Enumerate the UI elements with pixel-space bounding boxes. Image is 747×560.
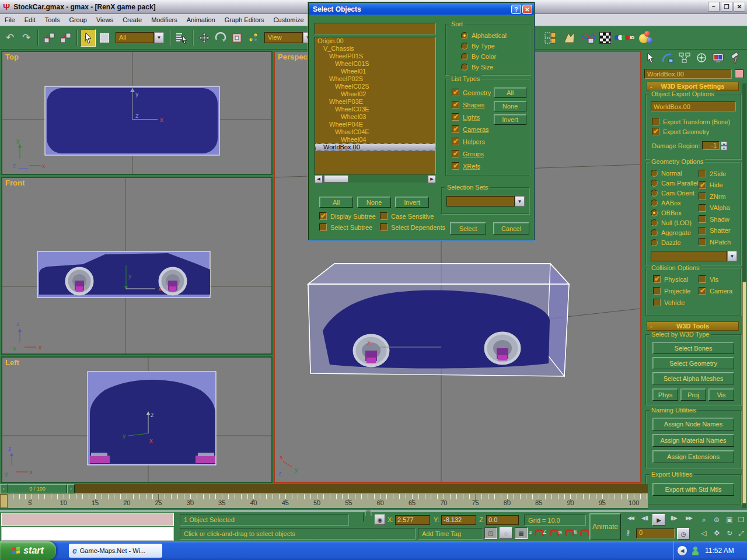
- min-max-toggle-icon[interactable]: ⤢: [735, 527, 747, 539]
- object-list-item[interactable]: WheelP03E: [315, 98, 435, 106]
- menu-item[interactable]: Graph Editors: [220, 14, 269, 26]
- render-icon[interactable]: [638, 30, 653, 46]
- viewport-front[interactable]: Front y x z v x: [1, 177, 273, 355]
- taskbar-task-button[interactable]: e Game-Maps.Net - Wi...: [69, 544, 162, 558]
- list-type-row[interactable]: Groups: [452, 148, 491, 160]
- scroll-left-arrow[interactable]: ◀: [315, 175, 323, 183]
- add-time-tag[interactable]: Add Time Tag: [418, 528, 483, 540]
- export-utility-button[interactable]: Export with Std Mtls: [652, 483, 734, 496]
- geometry-checkbox-row[interactable]: Hide: [699, 180, 731, 191]
- dialog-close-button[interactable]: ✕: [522, 5, 532, 14]
- list-type-row[interactable]: Helpers: [452, 135, 491, 148]
- menu-item[interactable]: Tools: [40, 14, 65, 26]
- object-list-item[interactable]: Wheel01: [315, 68, 435, 75]
- maxscript-mini-listener[interactable]: [1, 513, 174, 526]
- start-button[interactable]: start: [0, 541, 56, 560]
- modify-tab-icon[interactable]: [660, 51, 675, 65]
- sort-option-row[interactable]: By Size: [461, 62, 507, 72]
- object-filter-input[interactable]: [315, 23, 436, 34]
- select-by-name-icon[interactable]: [174, 29, 189, 47]
- current-frame-field[interactable]: 0: [636, 528, 675, 538]
- object-color-swatch[interactable]: [735, 69, 743, 78]
- radio-icon[interactable]: [461, 64, 468, 71]
- rollout-w3d-export-settings[interactable]: W3D Export Settings: [647, 82, 739, 91]
- object-list-item[interactable]: Origin.00: [315, 37, 435, 45]
- radio-icon[interactable]: [651, 190, 658, 197]
- geometry-radio-row[interactable]: OBBox: [651, 208, 699, 218]
- checkbox-icon[interactable]: [699, 275, 706, 283]
- arc-rotate-icon[interactable]: ↻: [724, 527, 735, 539]
- collision-checkbox-row[interactable]: Camera: [699, 286, 732, 296]
- utilities-tab-icon[interactable]: [728, 51, 743, 65]
- damage-region-value[interactable]: -1: [702, 141, 720, 150]
- geometry-radio-row[interactable]: Cam-Orient: [651, 188, 699, 198]
- object-list-item[interactable]: WheelC02S: [315, 83, 435, 90]
- y-coordinate-field[interactable]: -8.132: [441, 515, 476, 525]
- collision-checkbox-row[interactable]: Physical: [653, 274, 699, 284]
- list-type-row[interactable]: Lights: [452, 111, 491, 123]
- degradation-override-icon[interactable]: ◳: [484, 527, 497, 539]
- object-list-item[interactable]: Wheel03: [315, 113, 435, 121]
- animate-button[interactable]: Animate: [589, 513, 621, 540]
- radio-icon[interactable]: [651, 219, 658, 226]
- sort-option-row[interactable]: Alphabetical: [461, 30, 507, 41]
- panel-scrollbar-thumb[interactable]: [742, 282, 746, 503]
- object-list-item[interactable]: WorldBox.00: [315, 144, 435, 151]
- radio-icon[interactable]: [651, 170, 658, 177]
- select-button[interactable]: Select: [450, 222, 486, 235]
- geometry-checkbox-row[interactable]: 2Side: [699, 168, 731, 180]
- play-animation-icon[interactable]: ▶: [652, 514, 665, 526]
- geometry-checkbox-row[interactable]: Shadw: [699, 214, 731, 225]
- zoom-extents-icon[interactable]: ▣: [724, 514, 735, 526]
- export-option-checkbox-row[interactable]: Export Geometry: [652, 127, 730, 136]
- geometry-extra-dropdown[interactable]: ▼: [651, 251, 737, 261]
- list-type-row[interactable]: Shapes: [452, 99, 491, 111]
- object-name-field[interactable]: [644, 69, 732, 79]
- checkbox-icon[interactable]: [380, 212, 388, 220]
- w3d-select-small-button[interactable]: Phys: [652, 388, 678, 401]
- geometry-checkbox-row[interactable]: ZNrm: [699, 191, 731, 202]
- select-and-move-icon[interactable]: [197, 29, 212, 47]
- time-configuration-icon[interactable]: ◷: [677, 528, 690, 540]
- radio-icon[interactable]: [461, 43, 468, 50]
- close-button[interactable]: ✕: [734, 2, 745, 12]
- select-and-rotate-icon[interactable]: [213, 29, 228, 47]
- geometry-radio-row[interactable]: Dazzle: [651, 237, 699, 247]
- w3d-select-small-button[interactable]: Proj: [680, 388, 706, 401]
- viewport-left[interactable]: Left z y x z y x: [1, 356, 273, 483]
- prev-frame-arrow[interactable]: ‹: [0, 484, 8, 494]
- damage-region-spinner[interactable]: ▲▼: [721, 141, 727, 150]
- unlink-icon[interactable]: [58, 29, 73, 47]
- menu-item[interactable]: Group: [64, 14, 92, 26]
- radio-icon[interactable]: [461, 53, 468, 60]
- checkbox-icon[interactable]: [699, 181, 706, 189]
- menu-item[interactable]: Edit: [20, 14, 40, 26]
- checkbox-icon[interactable]: [452, 89, 459, 96]
- rectangular-selection-region-icon[interactable]: [97, 29, 112, 47]
- list-types-none-button[interactable]: None: [494, 101, 526, 111]
- checkbox-icon[interactable]: [652, 128, 659, 135]
- messenger-icon[interactable]: [692, 547, 699, 555]
- scroll-right-arrow[interactable]: ▶: [428, 175, 436, 183]
- radio-icon[interactable]: [651, 180, 658, 187]
- object-list-item[interactable]: WheelC03E: [315, 106, 435, 113]
- viewport-top[interactable]: Top y z x y z x: [1, 51, 273, 175]
- checkbox-icon[interactable]: [452, 150, 459, 158]
- checkbox-icon[interactable]: [452, 138, 459, 145]
- dialog-option-row[interactable]: Display Subtree: [319, 212, 380, 220]
- dialog-option-row[interactable]: Case Sensitive: [380, 212, 445, 220]
- object-list-item[interactable]: WheelC01S: [315, 60, 435, 68]
- dialog-option-row[interactable]: Select Subtree: [319, 223, 380, 232]
- cancel-button[interactable]: Cancel: [493, 222, 529, 235]
- zoom-icon[interactable]: ⌕: [698, 514, 710, 526]
- checkbox-icon[interactable]: [699, 204, 706, 212]
- list-types-all-button[interactable]: All: [494, 88, 526, 98]
- object-list-item[interactable]: WheelP02S: [315, 75, 435, 83]
- radio-icon[interactable]: [651, 200, 658, 206]
- array-icon[interactable]: [543, 29, 558, 47]
- checkbox-icon[interactable]: [452, 162, 459, 170]
- minimize-button[interactable]: −: [708, 2, 720, 12]
- menu-item[interactable]: Create: [118, 14, 146, 26]
- scroll-thumb[interactable]: [324, 175, 348, 183]
- field-of-view-icon[interactable]: ◁: [698, 527, 710, 539]
